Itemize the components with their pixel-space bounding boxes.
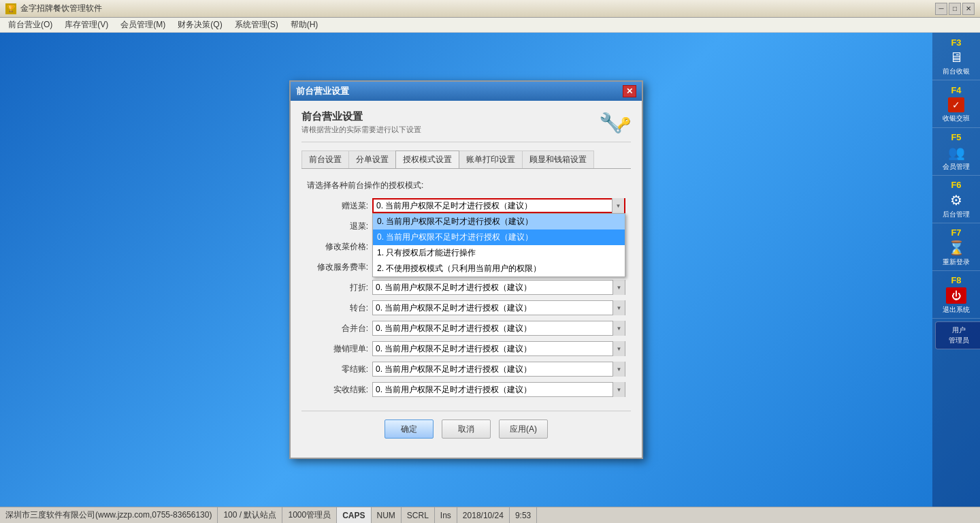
form-row-merge: 合并台: 0. 当前用户权限不足时才进行授权（建议） ▼ (307, 321, 625, 336)
form-row-cancel-order: 撤销理单: 0. 当前用户权限不足时才进行授权（建议） ▼ (307, 341, 625, 356)
f6-key-label: F6 (951, 180, 961, 190)
minimize-button[interactable]: ─ (935, 3, 947, 15)
menu-item-front[interactable]: 前台营业(O) (3, 18, 58, 32)
user-label: 用户 (952, 326, 966, 334)
select-actual-checkout-value: 0. 当前用户权限不足时才进行授权（建议） (376, 384, 612, 396)
status-bar: 深圳市三度软件有限公司(www.jzzp.com,0755-83656130) … (0, 507, 980, 523)
select-cancel-order[interactable]: 0. 当前用户权限不足时才进行授权（建议） ▼ (372, 341, 625, 356)
label-edit-price: 修改菜价格: (307, 241, 368, 253)
dialog-tabs: 前台设置 分单设置 授权模式设置 账单打印设置 顾显和钱箱设置 (301, 150, 631, 169)
select-cancel-order-arrow: ▼ (612, 341, 625, 356)
select-zero-checkout-value: 0. 当前用户权限不足时才进行授权（建议） (376, 364, 612, 375)
user-name: 管理员 (949, 336, 969, 345)
label-return: 退菜: (307, 221, 368, 232)
right-sidebar: F3 🖥 前台收银 F4 ✓ 收银交班 F5 👥 会员管理 F6 ⚙ 后台管理 … (932, 33, 980, 507)
f7-key-label: F7 (951, 227, 961, 238)
confirm-button[interactable]: 确定 (385, 419, 434, 439)
status-num: NUM (372, 507, 402, 523)
dialog-footer: 确定 取消 应用(A) (301, 411, 631, 449)
dropdown-item-0[interactable]: 0. 当前用户权限不足时才进行授权（建议） (373, 214, 625, 229)
user-info-button[interactable]: 用户 管理员 (935, 321, 980, 349)
select-transfer[interactable]: 0. 当前用户权限不足时才进行授权（建议） ▼ (372, 300, 625, 315)
member-icon: 👥 (948, 144, 965, 161)
form-row-actual-checkout: 实收结账: 0. 当前用户权限不足时才进行授权（建议） ▼ (307, 382, 625, 397)
status-date: 2018/10/24 (457, 507, 510, 523)
label-discount: 打折: (307, 282, 368, 294)
select-merge-arrow: ▼ (612, 321, 625, 336)
cashier-shift-icon: ✓ (948, 97, 964, 112)
label-gifting: 赠送菜: (307, 200, 368, 212)
status-caps: CAPS (337, 507, 371, 523)
f5-key-label: F5 (951, 132, 961, 142)
status-scrl: SCRL (402, 507, 435, 523)
dialog-close-button[interactable]: ✕ (623, 85, 636, 97)
title-bar: 🏆 金字招牌餐饮管理软件 ─ □ ✕ (0, 0, 980, 18)
select-zero-checkout[interactable]: 0. 当前用户权限不足时才进行授权（建议） ▼ (372, 362, 625, 377)
window-controls: ─ □ ✕ (935, 3, 975, 15)
settings-dialog: 前台营业设置 ✕ 前台营业设置 请根据营业的实际需要进行以下设置 🔧 🔑 (289, 80, 643, 459)
exit-icon: ⏻ (946, 287, 966, 304)
dialog-body: 前台营业设置 请根据营业的实际需要进行以下设置 🔧 🔑 前台设置 分单设置 授权… (291, 101, 642, 458)
sidebar-btn-backend[interactable]: F6 ⚙ 后台管理 (932, 176, 980, 223)
settings-icon: 🔧 🔑 (598, 109, 631, 136)
select-zero-checkout-arrow: ▼ (612, 362, 625, 377)
form-row-gifting: 赠送菜: 0. 当前用户权限不足时才进行授权（建议） ▼ 0. 当前用户权限不足… (307, 198, 625, 213)
select-merge-value: 0. 当前用户权限不足时才进行授权（建议） (376, 323, 612, 334)
dialog-header-title: 前台营业设置 (301, 110, 598, 123)
select-actual-checkout-arrow: ▼ (612, 382, 625, 397)
form-row-transfer: 转台: 0. 当前用户权限不足时才进行授权（建议） ▼ (307, 300, 625, 315)
select-actual-checkout[interactable]: 0. 当前用户权限不足时才进行授权（建议） ▼ (372, 382, 625, 397)
status-ins: Ins (435, 507, 457, 523)
backend-label: 后台管理 (943, 210, 970, 219)
select-transfer-arrow: ▼ (612, 300, 625, 315)
menu-item-help[interactable]: 帮助(H) (285, 18, 324, 32)
sidebar-btn-exit[interactable]: F8 ⏻ 退出系统 (932, 271, 980, 319)
close-button[interactable]: ✕ (962, 3, 975, 15)
dropdown-item-1[interactable]: 0. 当前用户权限不足时才进行授权（建议） (373, 229, 625, 245)
tab-split-order[interactable]: 分单设置 (348, 150, 396, 168)
status-time: 9:53 (510, 507, 537, 523)
sidebar-btn-relogin[interactable]: F7 ⌛ 重新登录 (932, 223, 980, 271)
maximize-button[interactable]: □ (949, 3, 961, 15)
menu-item-inventory[interactable]: 库存管理(V) (59, 18, 114, 32)
dropdown-item-3[interactable]: 2. 不使用授权模式（只利用当前用户的权限） (373, 261, 625, 276)
select-merge[interactable]: 0. 当前用户权限不足时才进行授权（建议） ▼ (372, 321, 625, 336)
relogin-icon: ⌛ (948, 240, 965, 256)
relogin-label: 重新登录 (943, 258, 970, 266)
menu-item-system[interactable]: 系统管理(S) (229, 18, 284, 32)
tab-auth-mode[interactable]: 授权模式设置 (395, 150, 459, 168)
apply-button[interactable]: 应用(A) (499, 419, 548, 439)
label-actual-checkout: 实收结账: (307, 384, 368, 396)
member-label: 会员管理 (943, 163, 970, 171)
menu-item-member[interactable]: 会员管理(M) (115, 18, 171, 32)
select-cancel-order-value: 0. 当前用户权限不足时才进行授权（建议） (376, 343, 612, 355)
form-row-discount: 打折: 0. 当前用户权限不足时才进行授权（建议） ▼ (307, 280, 625, 295)
select-discount-arrow: ▼ (612, 280, 625, 295)
select-discount-value: 0. 当前用户权限不足时才进行授权（建议） (376, 282, 612, 294)
f4-key-label: F4 (951, 85, 961, 95)
select-gifting[interactable]: 0. 当前用户权限不足时才进行授权（建议） ▼ (372, 198, 625, 213)
front-cashier-icon: 🖥 (949, 50, 963, 65)
f8-key-label: F8 (951, 275, 961, 285)
sidebar-btn-cashier-shift[interactable]: F4 ✓ 收银交班 (932, 80, 980, 128)
tab-print-settings[interactable]: 账单打印设置 (459, 150, 523, 168)
menu-item-finance[interactable]: 财务决策(Q) (172, 18, 227, 32)
select-gifting-arrow: ▼ (612, 198, 624, 213)
backend-icon: ⚙ (950, 192, 962, 208)
sidebar-btn-member[interactable]: F5 👥 会员管理 (932, 128, 980, 176)
label-service-fee: 修改服务费率: (307, 262, 368, 273)
dialog-header: 前台营业设置 请根据营业的实际需要进行以下设置 🔧 🔑 (301, 109, 631, 142)
dialog-title-bar: 前台营业设置 ✕ (291, 82, 642, 101)
select-transfer-value: 0. 当前用户权限不足时才进行授权（建议） (376, 302, 612, 314)
select-discount[interactable]: 0. 当前用户权限不足时才进行授权（建议） ▼ (372, 280, 625, 295)
label-transfer: 转台: (307, 302, 368, 314)
dialog-header-text: 前台营业设置 请根据营业的实际需要进行以下设置 (301, 110, 598, 135)
cancel-button[interactable]: 取消 (442, 419, 491, 439)
tab-display-box[interactable]: 顾显和钱箱设置 (522, 150, 594, 168)
dialog-overlay: 前台营业设置 ✕ 前台营业设置 请根据营业的实际需要进行以下设置 🔧 🔑 (0, 33, 932, 507)
label-merge: 合并台: (307, 323, 368, 334)
cashier-shift-label: 收银交班 (943, 114, 970, 123)
tab-front-settings[interactable]: 前台设置 (301, 150, 349, 168)
dropdown-item-2[interactable]: 1. 只有授权后才能进行操作 (373, 245, 625, 261)
sidebar-btn-front-cashier[interactable]: F3 🖥 前台收银 (932, 33, 980, 80)
